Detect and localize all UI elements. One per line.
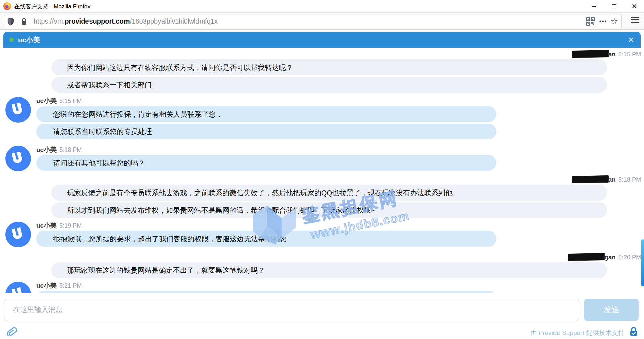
timestamp: 5:15 PM bbox=[618, 51, 641, 58]
operator-message-bubble: 请问还有其他可以帮您的吗？ bbox=[36, 155, 496, 171]
operator-message-bubble: 请您联系当时联系您的专员处理 bbox=[36, 124, 496, 139]
message-group-visitor: gan5:20 PM那玩家现在这边的钱贵网站是确定不出了，就要黑这笔钱对吗？ bbox=[0, 253, 644, 278]
message-meta: uc小美5:18 PM bbox=[36, 146, 644, 154]
page-actions-icon[interactable]: ••• bbox=[597, 18, 609, 25]
visitor-message-bubble: 或者帮我联系一下相关部门 bbox=[51, 77, 607, 93]
window-titlebar: 在线客户支持 - Mozilla Firefox ✕ bbox=[0, 0, 644, 12]
message-meta: an5:15 PM bbox=[0, 50, 644, 58]
timestamp: 5:15 PM bbox=[59, 98, 82, 104]
qr-page-action-icon[interactable] bbox=[584, 15, 597, 28]
url-bar[interactable]: https://vm.providesupport.com/16o3ppbyal… bbox=[4, 15, 622, 28]
message-meta: uc小美5:21 PM bbox=[36, 282, 644, 290]
chat-agent-name: uc小美 bbox=[18, 35, 40, 45]
shield-icon[interactable] bbox=[4, 15, 17, 28]
visitor-message-bubble: 那玩家现在这边的钱贵网站是确定不出了，就要黑这笔钱对吗？ bbox=[51, 262, 607, 278]
visitor-message-bubble: 玩家反馈之前是有个专员联系他去游戏，之前联系的微信失效了，然后他把玩家的QQ也拉… bbox=[51, 185, 607, 201]
operator-avatar bbox=[5, 146, 31, 171]
uc-logo-icon bbox=[12, 227, 23, 240]
message-meta: an5:18 PM bbox=[0, 176, 644, 184]
redacted-visitor-name bbox=[572, 175, 609, 183]
minimize-button[interactable] bbox=[584, 0, 604, 12]
operator-message-bubble: 您说的在您网站进行投保，肯定有相关人员联系了您， bbox=[36, 106, 496, 122]
operator-avatar bbox=[5, 97, 31, 123]
message-meta: uc小美5:19 PM bbox=[36, 222, 644, 230]
message-group-visitor: an5:18 PM玩家反馈之前是有个专员联系他去游戏，之前联系的微信失效了，然后… bbox=[0, 176, 644, 218]
operator-name: uc小美 bbox=[36, 146, 57, 153]
attachment-paperclip-icon[interactable] bbox=[5, 326, 17, 338]
online-status-dot bbox=[9, 38, 14, 42]
message-input[interactable] bbox=[4, 299, 579, 321]
message-meta: gan5:20 PM bbox=[0, 253, 644, 261]
visitor-message-bubble: 所以才到我们网站去发布维权，如果贵网站不是黑网的话，希望能配合我们处理一下玩家的… bbox=[51, 202, 607, 218]
redacted-visitor-name bbox=[572, 50, 609, 58]
timestamp: 5:18 PM bbox=[59, 146, 82, 153]
operator-message-bubble: 很抱歉哦，您所提的要求，超出了我们客服的权限，客服这边无法帮助到您 bbox=[36, 231, 496, 247]
firefox-icon bbox=[3, 2, 11, 10]
firefox-window: 在线客户支持 - Mozilla Firefox ✕ https://vm.pr… bbox=[0, 0, 644, 339]
menu-hamburger-icon[interactable] bbox=[631, 17, 639, 23]
message-list: an5:15 PM因为你们网站这边只有在线客服联系方式，请问你是否可以帮我转达呢… bbox=[0, 48, 644, 306]
url-text[interactable]: https://vm.providesupport.com/16o3ppbyal… bbox=[34, 17, 584, 25]
send-button[interactable]: 发送 bbox=[584, 299, 639, 321]
visitor-message-bubble: 因为你们网站这边只有在线客服联系方式，请问你是否可以帮我转达呢？ bbox=[51, 59, 607, 75]
redacted-visitor-name bbox=[568, 253, 605, 261]
restore-button[interactable] bbox=[604, 0, 624, 12]
operator-name: uc小美 bbox=[36, 97, 57, 104]
lock-icon[interactable] bbox=[17, 15, 30, 28]
chat-close-icon[interactable]: × bbox=[626, 35, 636, 45]
composer-panel: 发送 由 Provide Support 提供技术支持 bbox=[0, 293, 644, 339]
timestamp: 5:18 PM bbox=[618, 176, 641, 183]
operator-name: uc小美 bbox=[36, 282, 57, 289]
operator-name: uc小美 bbox=[36, 222, 57, 229]
window-close-button[interactable]: ✕ bbox=[624, 0, 644, 12]
message-group-operator: uc小美5:18 PM请问还有其他可以帮您的吗？ bbox=[0, 146, 644, 171]
visitor-name-suffix: gan bbox=[604, 254, 616, 261]
visitor-name-suffix: an bbox=[608, 176, 616, 183]
timestamp: 5:20 PM bbox=[618, 254, 641, 261]
uc-logo-icon bbox=[12, 151, 23, 164]
operator-avatar bbox=[5, 222, 31, 247]
powered-by-label[interactable]: 由 Provide Support 提供技术支持 bbox=[530, 329, 624, 337]
message-group-visitor: an5:15 PM因为你们网站这边只有在线客服联系方式，请问你是否可以帮我转达呢… bbox=[0, 50, 644, 93]
secure-lock-icon bbox=[629, 327, 638, 337]
scrollbar-thumb[interactable] bbox=[641, 239, 644, 286]
timestamp: 5:21 PM bbox=[59, 282, 82, 289]
bookmark-star-icon[interactable]: ☆ bbox=[609, 16, 621, 26]
visitor-name-suffix: an bbox=[608, 51, 616, 58]
browser-toolbar: https://vm.providesupport.com/16o3ppbyal… bbox=[0, 12, 644, 30]
uc-logo-icon bbox=[12, 102, 23, 115]
message-meta: uc小美5:15 PM bbox=[36, 97, 644, 105]
chat-header: uc小美 × bbox=[3, 32, 641, 48]
timestamp: 5:19 PM bbox=[59, 222, 82, 229]
window-title: 在线客户支持 - Mozilla Firefox bbox=[14, 3, 91, 10]
message-group-operator: uc小美5:19 PM很抱歉哦，您所提的要求，超出了我们客服的权限，客服这边无法… bbox=[0, 222, 644, 247]
message-group-operator: uc小美5:15 PM您说的在您网站进行投保，肯定有相关人员联系了您，请您联系当… bbox=[0, 97, 644, 139]
